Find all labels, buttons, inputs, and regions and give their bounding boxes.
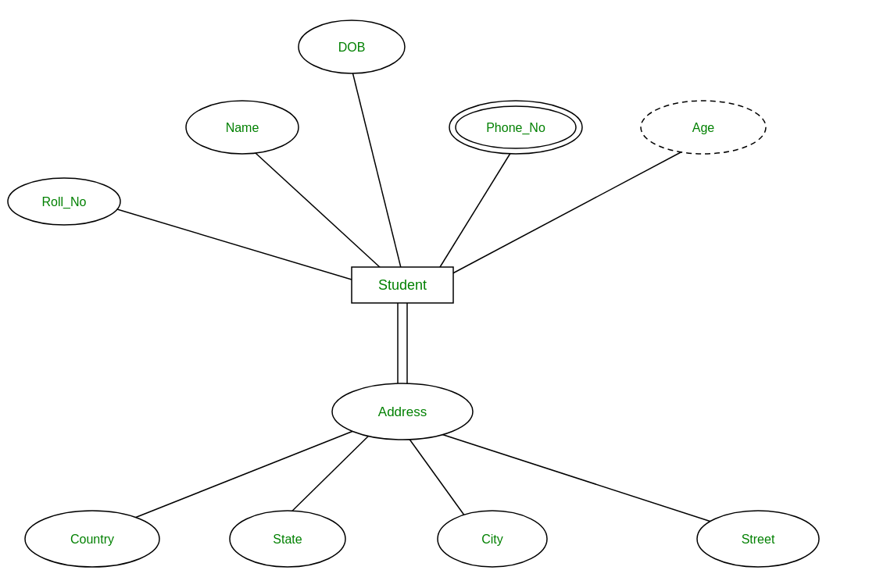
- country-label: Country: [70, 533, 114, 546]
- street-label: Street: [742, 533, 775, 546]
- svg-line-8: [281, 429, 375, 522]
- svg-line-3: [445, 144, 696, 277]
- phone-label: Phone_No: [486, 121, 545, 135]
- dob-label: DOB: [338, 41, 366, 54]
- state-label: State: [273, 533, 302, 546]
- svg-line-0: [352, 69, 403, 277]
- address-label: Address: [378, 404, 427, 419]
- city-label: City: [481, 533, 503, 546]
- svg-line-10: [422, 428, 711, 522]
- svg-line-4: [102, 205, 383, 289]
- svg-line-7: [125, 428, 361, 522]
- age-label: Age: [692, 121, 715, 134]
- rollno-label: Roll_No: [42, 195, 87, 209]
- name-label: Name: [226, 121, 259, 134]
- svg-line-2: [434, 144, 516, 277]
- svg-line-9: [402, 429, 469, 522]
- svg-line-1: [246, 144, 391, 277]
- student-label: Student: [378, 277, 427, 293]
